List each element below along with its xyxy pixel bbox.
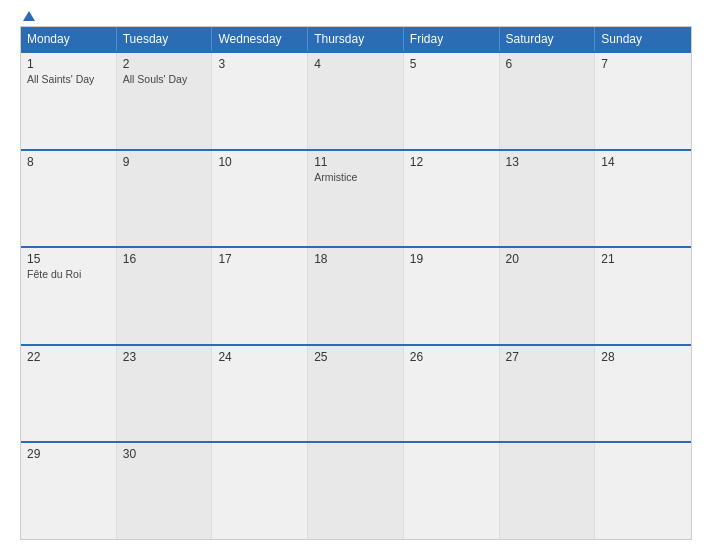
cell-day-number: 22: [27, 350, 110, 364]
cell-day-number: 26: [410, 350, 493, 364]
calendar-cell: 14: [595, 151, 691, 247]
calendar-week-5: 2930: [21, 441, 691, 539]
cell-event: Fête du Roi: [27, 268, 110, 280]
cell-day-number: 7: [601, 57, 685, 71]
day-header-sunday: Sunday: [595, 27, 691, 51]
cell-day-number: 10: [218, 155, 301, 169]
calendar: MondayTuesdayWednesdayThursdayFridaySatu…: [20, 26, 692, 540]
calendar-cell: [595, 443, 691, 539]
logo: [20, 11, 35, 21]
cell-day-number: 2: [123, 57, 206, 71]
cell-day-number: 19: [410, 252, 493, 266]
cell-day-number: 5: [410, 57, 493, 71]
logo-triangle-icon: [23, 11, 35, 21]
calendar-cell: 12: [404, 151, 500, 247]
calendar-cell: 18: [308, 248, 404, 344]
calendar-cell: 10: [212, 151, 308, 247]
calendar-body: 1All Saints' Day2All Souls' Day345678910…: [21, 51, 691, 539]
cell-day-number: 27: [506, 350, 589, 364]
calendar-cell: 23: [117, 346, 213, 442]
calendar-cell: 7: [595, 53, 691, 149]
cell-day-number: 1: [27, 57, 110, 71]
cell-day-number: 9: [123, 155, 206, 169]
calendar-week-2: 891011Armistice121314: [21, 149, 691, 247]
day-header-monday: Monday: [21, 27, 117, 51]
calendar-cell: 20: [500, 248, 596, 344]
calendar-cell: 24: [212, 346, 308, 442]
calendar-cell: [404, 443, 500, 539]
cell-day-number: 21: [601, 252, 685, 266]
day-header-saturday: Saturday: [500, 27, 596, 51]
calendar-cell: 22: [21, 346, 117, 442]
cell-day-number: 16: [123, 252, 206, 266]
cell-day-number: 23: [123, 350, 206, 364]
calendar-cell: 1All Saints' Day: [21, 53, 117, 149]
cell-day-number: 25: [314, 350, 397, 364]
calendar-cell: [308, 443, 404, 539]
cell-day-number: 11: [314, 155, 397, 169]
calendar-cell: 16: [117, 248, 213, 344]
cell-day-number: 20: [506, 252, 589, 266]
cell-day-number: 13: [506, 155, 589, 169]
cell-day-number: 29: [27, 447, 110, 461]
cell-day-number: 4: [314, 57, 397, 71]
calendar-cell: [212, 443, 308, 539]
cell-day-number: 8: [27, 155, 110, 169]
cell-day-number: 3: [218, 57, 301, 71]
calendar-cell: 13: [500, 151, 596, 247]
calendar-cell: 17: [212, 248, 308, 344]
page: MondayTuesdayWednesdayThursdayFridaySatu…: [0, 0, 712, 550]
cell-day-number: 12: [410, 155, 493, 169]
calendar-week-3: 15Fête du Roi161718192021: [21, 246, 691, 344]
calendar-cell: 29: [21, 443, 117, 539]
calendar-cell: 6: [500, 53, 596, 149]
calendar-cell: 11Armistice: [308, 151, 404, 247]
calendar-cell: 15Fête du Roi: [21, 248, 117, 344]
cell-day-number: 24: [218, 350, 301, 364]
calendar-cell: 5: [404, 53, 500, 149]
calendar-header-row: MondayTuesdayWednesdayThursdayFridaySatu…: [21, 27, 691, 51]
calendar-cell: 19: [404, 248, 500, 344]
calendar-cell: 3: [212, 53, 308, 149]
cell-event: All Souls' Day: [123, 73, 206, 85]
cell-day-number: 6: [506, 57, 589, 71]
cell-day-number: 18: [314, 252, 397, 266]
calendar-cell: 4: [308, 53, 404, 149]
calendar-cell: 25: [308, 346, 404, 442]
calendar-cell: 2All Souls' Day: [117, 53, 213, 149]
calendar-cell: 21: [595, 248, 691, 344]
cell-event: Armistice: [314, 171, 397, 183]
calendar-cell: 26: [404, 346, 500, 442]
cell-day-number: 30: [123, 447, 206, 461]
cell-event: All Saints' Day: [27, 73, 110, 85]
calendar-cell: 28: [595, 346, 691, 442]
day-header-thursday: Thursday: [308, 27, 404, 51]
logo-blue-row: [20, 11, 35, 21]
cell-day-number: 28: [601, 350, 685, 364]
day-header-tuesday: Tuesday: [117, 27, 213, 51]
calendar-cell: 27: [500, 346, 596, 442]
cell-day-number: 17: [218, 252, 301, 266]
cell-day-number: 14: [601, 155, 685, 169]
day-header-friday: Friday: [404, 27, 500, 51]
calendar-cell: 8: [21, 151, 117, 247]
cell-day-number: 15: [27, 252, 110, 266]
calendar-cell: 9: [117, 151, 213, 247]
calendar-week-1: 1All Saints' Day2All Souls' Day34567: [21, 51, 691, 149]
calendar-cell: [500, 443, 596, 539]
calendar-week-4: 22232425262728: [21, 344, 691, 442]
calendar-cell: 30: [117, 443, 213, 539]
day-header-wednesday: Wednesday: [212, 27, 308, 51]
